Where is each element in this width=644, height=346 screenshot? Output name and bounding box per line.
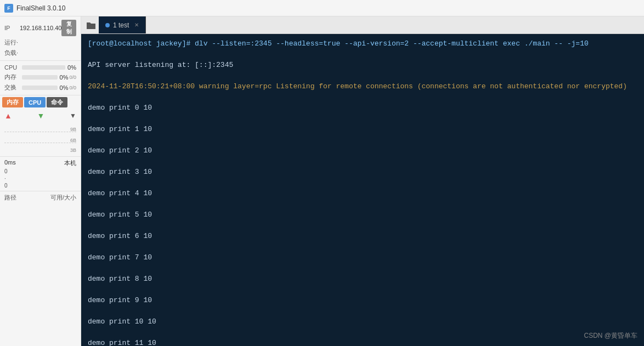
watermark: CSDN @黄昏单车 [584, 331, 637, 341]
disk-header: 路径 可用/大小 [4, 194, 76, 202]
latency-dot-2: · [4, 175, 6, 181]
chart-label-9b: 9B [70, 127, 76, 132]
latency-row-1: 0 [4, 168, 76, 174]
load-row: 负载· [4, 48, 76, 58]
ip-row: IP 192.168.110.40 复制 [4, 19, 76, 37]
tab-active-dot [105, 23, 110, 27]
swap-value: 0% [60, 84, 69, 91]
network-chart: 9B 6B 3B [4, 121, 76, 154]
network-section: ▲ ▼ ▼ 9B 6B 3B [0, 109, 81, 157]
chart-line-1 [4, 143, 76, 143]
tab-test[interactable]: 1 test ✕ [99, 16, 146, 33]
disk-size-label: 可用/大小 [50, 194, 76, 202]
swap-detail: 0/0 [69, 85, 76, 90]
swap-row: 交换 0% 0/0 [4, 82, 76, 93]
chart-label-6b: 6B [70, 138, 76, 143]
main-layout: IP 192.168.110.40 复制 运行· 负载· CPU 0% 内存 [0, 16, 644, 346]
terminal-line: demo print 8 10 [88, 274, 637, 285]
terminal-line: [root@localhost jackey]# dlv --listen=:2… [88, 38, 637, 49]
latency-val-3: 0 [4, 183, 8, 189]
terminal-line: demo print 4 10 [88, 188, 637, 199]
cmd-tab-button[interactable]: 命令 [47, 97, 67, 107]
ip-label: IP [4, 25, 20, 31]
tabbar: 1 test ✕ [81, 16, 644, 34]
terminal-line: demo print 1 10 [88, 124, 637, 135]
disk-section: 路径 可用/大小 [0, 191, 81, 346]
terminal-line: demo print 2 10 [88, 145, 637, 156]
mem-row: 内存 0% 0/0 [4, 72, 76, 82]
content-area: 1 test ✕ [root@localhost jackey]# dlv --… [81, 16, 644, 346]
cpu-value: 0% [67, 64, 76, 71]
latency-ms: 0ms [4, 159, 16, 167]
terminal[interactable]: [root@localhost jackey]# dlv --listen=:2… [81, 34, 644, 346]
expand-icon: ▼ [70, 112, 76, 120]
app-icon: F [4, 4, 13, 13]
latency-values: 0 · 0 [4, 168, 76, 189]
terminal-line: demo print 6 10 [88, 231, 637, 242]
load-label: 负载· [4, 49, 20, 57]
latency-machine: 本机 [64, 159, 76, 167]
upload-arrow-icon: ▲ [4, 111, 12, 120]
chart-label-3b: 3B [70, 148, 76, 153]
chart-line-2 [4, 132, 76, 132]
copy-button[interactable]: 复制 [61, 20, 76, 36]
chart-area: 9B 6B 3B [4, 121, 76, 154]
terminal-line: API server listening at: [::]:2345 [88, 60, 637, 71]
terminal-line: demo print 0 10 [88, 103, 637, 114]
tab-label: 1 test [113, 21, 129, 29]
tab-close-button[interactable]: ✕ [134, 22, 139, 28]
terminal-line: demo print 11 10 [88, 338, 637, 346]
terminal-line: demo print 7 10 [88, 252, 637, 263]
mem-detail: 0/0 [69, 75, 76, 80]
mem-bar-container [22, 75, 58, 80]
monitor-tab-buttons: 内存 CPU 命令 [0, 95, 81, 109]
latency-header: 0ms 本机 [4, 159, 76, 167]
resources-section: CPU 0% 内存 0% 0/0 交换 0% 0/0 [0, 61, 81, 95]
running-label: 运行· [4, 38, 20, 47]
cpu-label: CPU [4, 64, 20, 71]
terminal-line: demo print 9 10 [88, 295, 637, 306]
network-header: ▲ ▼ ▼ [4, 111, 76, 120]
folder-button[interactable] [83, 16, 99, 33]
app-title: FinalShell 3.0.10 [16, 4, 65, 12]
latency-row-3: 0 [4, 183, 76, 189]
cpu-tab-button[interactable]: CPU [24, 97, 46, 107]
swap-bar-container [22, 86, 58, 90]
terminal-line: demo print 5 10 [88, 209, 637, 220]
download-arrow-icon: ▼ [37, 111, 45, 120]
mem-tab-button[interactable]: 内存 [2, 97, 23, 107]
mem-value: 0% [60, 74, 69, 81]
latency-section: 0ms 本机 0 · 0 [0, 157, 81, 191]
sidebar: IP 192.168.110.40 复制 运行· 负载· CPU 0% 内存 [0, 16, 81, 346]
terminal-line: 2024-11-28T16:50:21+08:00 warning layer=… [88, 81, 637, 92]
ip-section: IP 192.168.110.40 复制 运行· 负载· [0, 16, 81, 61]
terminal-container: [root@localhost jackey]# dlv --listen=:2… [81, 34, 644, 346]
disk-path-label: 路径 [4, 194, 16, 202]
swap-label: 交换 [4, 83, 20, 92]
terminal-line: demo print 10 10 [88, 316, 637, 327]
running-row: 运行· [4, 37, 76, 48]
cpu-row: CPU 0% [4, 63, 76, 72]
cpu-bar-container [22, 65, 65, 70]
mem-label: 内存 [4, 73, 20, 81]
latency-row-2: · [4, 175, 76, 181]
terminal-line: demo print 3 10 [88, 167, 637, 178]
latency-val-1: 0 [4, 168, 8, 174]
titlebar: F FinalShell 3.0.10 [0, 0, 644, 16]
ip-value: 192.168.110.40 [20, 25, 61, 31]
